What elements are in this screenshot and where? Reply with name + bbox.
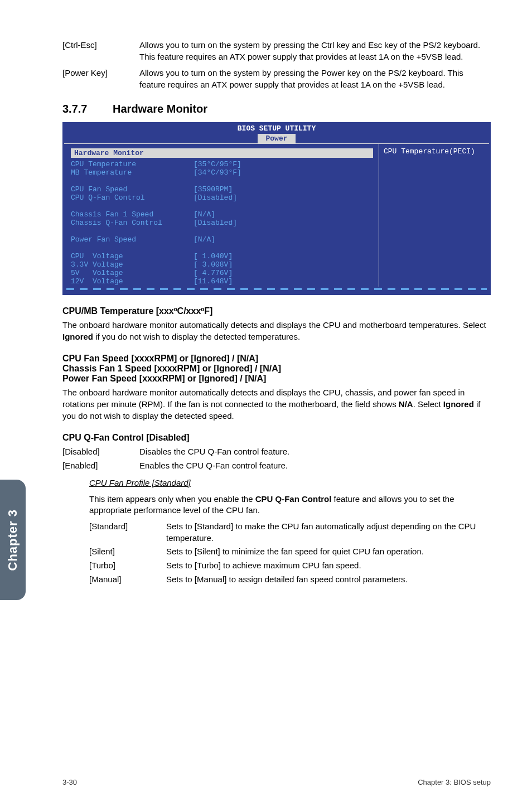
bios-panel: BIOS SETUP UTILITY Power Hardware Monito… [62, 122, 491, 295]
definition-val: Sets to [Manual] to assign detailed fan … [166, 574, 491, 586]
definition-row: [Disabled] Disables the CPU Q-Fan contro… [62, 446, 491, 458]
subheading: CPU Fan Speed [xxxxRPM] or [Ignored] / [… [62, 354, 491, 364]
definition-row: [Silent] Sets to [Silent] to minimize th… [89, 546, 491, 558]
bios-label: CPU Fan Speed [71, 185, 194, 194]
page-number: 3-30 [62, 778, 77, 786]
definition-row: [Standard] Sets to [Standard] to make th… [89, 521, 491, 544]
paragraph: The onboard hardware monitor automatical… [62, 320, 491, 342]
definition-row: [Enabled] Enables the CPU Q-Fan control … [62, 460, 491, 472]
bios-left-pane: Hardware Monitor CPU Temperature[35°C/95… [63, 144, 379, 287]
bios-tab-row: Power [63, 133, 490, 143]
bios-label: 12V Voltage [71, 277, 194, 286]
bios-value: [ 4.776V] [194, 269, 233, 277]
bios-value: [ 1.040V] [194, 252, 233, 260]
chapter-side-label: Chapter 3 [6, 509, 20, 571]
definition-key: [Turbo] [89, 560, 151, 572]
option-row: [Ctrl-Esc] Allows you to turn on the sys… [62, 39, 491, 62]
definition-key: [Manual] [89, 574, 151, 586]
footer-chapter: Chapter 3: BIOS setup [418, 778, 491, 786]
bios-right-pane: CPU Temperature(PECI) [379, 144, 490, 287]
bios-value: [11.648V] [194, 277, 233, 286]
bios-label: 5V Voltage [71, 269, 194, 277]
bios-value: [Disabled] [194, 219, 237, 227]
bios-value: [N/A] [194, 210, 215, 219]
page-footer: 3-30 Chapter 3: BIOS setup [62, 778, 491, 786]
bios-bottom-dash [66, 288, 487, 290]
option-key: [Ctrl-Esc] [62, 39, 124, 62]
bios-value: [ 3.008V] [194, 260, 233, 269]
bios-section-title: Hardware Monitor [71, 148, 373, 158]
option-text: Allows you to turn on the system by pres… [139, 67, 491, 90]
definition-val: Enables the CPU Q-Fan control feature. [139, 460, 491, 472]
option-row: [Power Key] Allows you to turn on the sy… [62, 67, 491, 90]
subheading: CPU Q-Fan Control [Disabled] [62, 433, 491, 443]
definition-key: [Enabled] [62, 460, 124, 472]
paragraph: The onboard hardware monitor automatical… [62, 387, 491, 422]
section-number: 3.7.7 [62, 103, 87, 115]
bios-value: [3590RPM] [194, 185, 233, 194]
bios-label: CPU Temperature [71, 160, 194, 168]
sub-heading-italic: CPU Fan Profile [Standard] [89, 477, 491, 489]
definition-val: Sets to [Silent] to minimize the fan spe… [166, 546, 491, 558]
bios-header: BIOS SETUP UTILITY [63, 123, 490, 133]
bios-label: CPU Q-Fan Control [71, 194, 194, 202]
subheading: Power Fan Speed [xxxxRPM] or [Ignored] /… [62, 374, 491, 384]
section-title: Hardware Monitor [113, 103, 207, 115]
bios-label: Chassis Q-Fan Control [71, 219, 194, 227]
bios-value: [N/A] [194, 235, 215, 244]
bios-value: [34°C/93°F] [194, 168, 241, 177]
paragraph: This item appears only when you enable t… [89, 494, 491, 516]
bios-label: 3.3V Voltage [71, 260, 194, 269]
bios-value: [35°C/95°F] [194, 160, 241, 168]
section-heading: 3.7.7 Hardware Monitor [62, 103, 491, 115]
chapter-side-tab: Chapter 3 [0, 480, 26, 600]
bios-label: Power Fan Speed [71, 235, 194, 244]
definition-key: [Standard] [89, 521, 151, 544]
definition-row: [Manual] Sets to [Manual] to assign deta… [89, 574, 491, 586]
definition-val: Disables the CPU Q-Fan control feature. [139, 446, 491, 458]
bios-tab: Power [258, 134, 295, 143]
bios-label: Chassis Fan 1 Speed [71, 210, 194, 219]
option-text: Allows you to turn on the system by pres… [139, 39, 491, 62]
subheading: CPU/MB Temperature [xxxºC/xxxºF] [62, 306, 491, 316]
bios-value: [Disabled] [194, 194, 237, 202]
definition-val: Sets to [Standard] to make the CPU fan a… [166, 521, 491, 544]
definition-val: Sets to [Turbo] to achieve maximum CPU f… [166, 560, 491, 572]
option-key: [Power Key] [62, 67, 124, 90]
bios-label: MB Temperature [71, 168, 194, 177]
definition-key: [Disabled] [62, 446, 124, 458]
bios-label: CPU Voltage [71, 252, 194, 260]
subheading: Chassis Fan 1 Speed [xxxxRPM] or [Ignore… [62, 364, 491, 374]
definition-row: [Turbo] Sets to [Turbo] to achieve maxim… [89, 560, 491, 572]
definition-key: [Silent] [89, 546, 151, 558]
bios-right-text: CPU Temperature(PECI) [384, 147, 486, 156]
